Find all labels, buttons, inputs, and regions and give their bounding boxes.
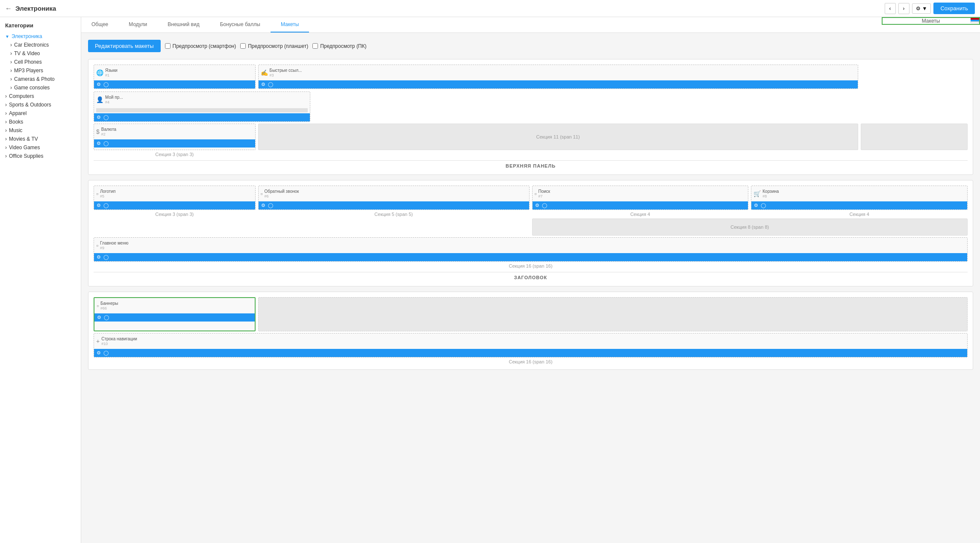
power-icon[interactable]: ◯ (268, 82, 273, 87)
menu-icon: ▫ (96, 242, 98, 249)
widget-actions: ⚙ ◯ (94, 139, 255, 148)
settings-icon[interactable]: ⚙ (97, 203, 101, 208)
section-labels-row: Секция 3 (span 3) (94, 152, 968, 157)
header-span8-row: Секция 8 (span 8) (94, 218, 968, 236)
preview-tablet-label[interactable]: Предпросмотр (планшет) (240, 43, 308, 49)
settings-icon[interactable]: ⚙ (535, 203, 539, 208)
edit-makety-button[interactable]: Редактировать макеты (88, 40, 161, 52)
power-icon[interactable]: ◯ (761, 203, 766, 208)
body-section: ▫ Баннеры #66 ⚙ ◯ (88, 292, 973, 370)
preview-tablet-text: Предпросмотр (планшет) (248, 43, 308, 49)
settings-icon[interactable]: ⚙ (97, 350, 101, 356)
preview-pc-label[interactable]: Предпросмотр (ПК) (312, 43, 366, 49)
sidebar-item-music[interactable]: › Music (0, 126, 81, 135)
nav-prev-button[interactable]: ‹ (885, 3, 896, 14)
sidebar-item-cell-phones[interactable]: › Cell Phones (0, 58, 81, 66)
top-bar: ← Электроника ‹ › ⚙ ▼ Сохранить (0, 0, 980, 17)
sec4a-label: Секция 4 (532, 212, 749, 217)
settings-button[interactable]: ⚙ ▼ (912, 3, 931, 14)
preview-phone-checkbox[interactable] (165, 43, 171, 49)
power-icon[interactable]: ◯ (103, 350, 109, 356)
widget-actions: ⚙ ◯ (259, 201, 529, 210)
toolbar-row: Редактировать макеты Предпросмотр (смарт… (88, 40, 973, 52)
settings-icon[interactable]: ⚙ (754, 203, 758, 208)
sidebar-item-tv-video[interactable]: › TV & Video (0, 49, 81, 58)
upper-panel-section: 🌐 Языки #1 ⚙ ◯ (88, 59, 973, 175)
sidebar-item-label: Office Supplies (9, 153, 44, 159)
widget-name: Строка навигации (101, 336, 137, 342)
power-icon[interactable]: ◯ (103, 254, 109, 260)
sidebar-item-label: Cameras & Photo (14, 76, 55, 82)
main-layout: Категории ▼ Электроника › Car Electronic… (0, 17, 980, 543)
person-icon: 👤 (96, 96, 103, 103)
widget-name: Языки (105, 68, 118, 73)
expand-icon: › (5, 136, 7, 142)
sec3-label: Секция 3 (span 3) (94, 212, 256, 217)
preview-pc-checkbox[interactable] (312, 43, 318, 49)
widget-actions: ⚙ ◯ (94, 201, 255, 210)
tab-vneshny-vid[interactable]: Внешний вид (157, 17, 209, 32)
widget-valyuta: $ Валюта #2 ⚙ ◯ (94, 124, 256, 150)
preview-phone-label[interactable]: Предпросмотр (смартфон) (165, 43, 236, 49)
widget-name: Главное меню (100, 241, 128, 246)
sidebar-item-movies[interactable]: › Movies & TV (0, 135, 81, 143)
expand-icon: › (5, 119, 7, 125)
sec5-label: Секция 5 (span 5) (258, 212, 530, 217)
banner-icon: ▫ (97, 302, 99, 309)
nav-next-button[interactable]: › (898, 3, 909, 14)
sidebar-item-office[interactable]: › Office Supplies (0, 152, 81, 160)
widget-name: Логотип (100, 189, 115, 194)
save-button[interactable]: Сохранить (933, 3, 975, 14)
sidebar-item-apparel[interactable]: › Apparel (0, 109, 81, 118)
power-icon[interactable]: ◯ (103, 141, 109, 146)
settings-icon[interactable]: ⚙ (261, 203, 265, 208)
settings-icon[interactable]: ⚙ (97, 254, 101, 260)
widget-actions: ⚙ ◯ (259, 80, 858, 89)
expand-icon: › (5, 102, 7, 108)
back-arrow-icon[interactable]: ← (5, 5, 12, 12)
power-icon[interactable]: ◯ (542, 203, 547, 208)
sidebar-item-video-games[interactable]: › Video Games (0, 143, 81, 152)
preview-tablet-checkbox[interactable] (240, 43, 246, 49)
sidebar-item-elektronika[interactable]: ▼ Электроника (0, 32, 81, 41)
power-icon[interactable]: ◯ (103, 203, 109, 208)
widget-name: Поиск (538, 189, 550, 194)
settings-arrow: ▼ (922, 6, 927, 12)
sidebar: Категории ▼ Электроника › Car Electronic… (0, 17, 81, 543)
settings-icon[interactable]: ⚙ (97, 115, 101, 120)
section11-label: Секция 11 (span 11) (259, 124, 858, 150)
settings-icon[interactable]: ⚙ (97, 82, 101, 87)
sec16b-label: Секция 16 (span 16) (94, 359, 968, 364)
tab-bonusy[interactable]: Бонусные баллы (210, 17, 271, 32)
sidebar-item-game-consoles[interactable]: › Game consoles (0, 83, 81, 92)
tab-makety[interactable]: Макеты (271, 17, 309, 32)
expand-icon: › (5, 153, 7, 159)
settings-icon[interactable]: ⚙ (261, 82, 265, 87)
sidebar-item-sports[interactable]: › Sports & Outdoors (0, 100, 81, 109)
sec4b-label: Секция 4 (751, 212, 968, 217)
sidebar-item-books[interactable]: › Books (0, 118, 81, 126)
power-icon[interactable]: ◯ (104, 315, 109, 320)
widget-name: Мой пр... (105, 95, 123, 100)
sidebar-item-cameras[interactable]: › Cameras & Photo (0, 75, 81, 83)
sidebar-item-label: Movies & TV (9, 136, 38, 142)
sidebar-item-computers[interactable]: › Computers (0, 92, 81, 100)
settings-icon[interactable]: ⚙ (97, 315, 101, 320)
power-icon[interactable]: ◯ (103, 82, 109, 87)
widget-actions: ⚙ ◯ (94, 349, 967, 357)
expand-icon: › (5, 145, 7, 151)
power-icon[interactable]: ◯ (103, 115, 109, 120)
tab-obschee[interactable]: Общее (81, 17, 118, 32)
tab-moduli[interactable]: Модули (118, 17, 157, 32)
widget-obr-zvonok: ▫ Обратный звонок #6 ⚙ ◯ (258, 186, 530, 210)
sidebar-item-car-electronics[interactable]: › Car Electronics (0, 41, 81, 49)
currency-icon: $ (96, 128, 100, 135)
widget-gl-menu-container: ▫ Главное меню #9 ⚙ ◯ (94, 237, 968, 262)
sidebar-item-label: Computers (9, 93, 34, 99)
widget-korzina: 🛒 Корзина #8 ⚙ ◯ (751, 186, 968, 210)
preview-phone-text: Предпросмотр (смартфон) (173, 43, 236, 49)
settings-icon[interactable]: ⚙ (97, 141, 101, 146)
sidebar-item-mp3-players[interactable]: › MP3 Players (0, 66, 81, 75)
widget-name: Баннеры (100, 301, 118, 306)
power-icon[interactable]: ◯ (268, 203, 273, 208)
